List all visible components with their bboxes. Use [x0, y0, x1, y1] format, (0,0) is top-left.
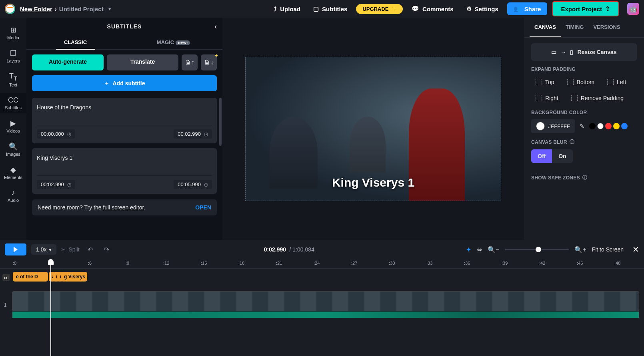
plus-icon: ⊞	[10, 26, 16, 34]
start-time-input[interactable]: 00:02.990◷	[37, 180, 75, 189]
track-number: 1	[4, 302, 7, 308]
current-color-swatch	[536, 122, 545, 131]
collapse-icon[interactable]: ‹	[214, 22, 217, 31]
chevron-down-icon[interactable]: ▼	[108, 6, 112, 11]
chevron-right-icon: ›	[55, 6, 57, 12]
blur-off-button[interactable]: Off	[531, 149, 552, 163]
close-icon[interactable]: ✕	[632, 245, 639, 254]
subtitle-text-input[interactable]: King Viserys 1	[37, 153, 212, 170]
video-preview[interactable]: King Viserys 1	[245, 57, 501, 201]
tab-classic[interactable]: CLASSIC	[26, 35, 124, 49]
video-track[interactable]: 1	[0, 291, 644, 319]
upgrade-button[interactable]: UPGRADE ✨	[356, 4, 403, 14]
translate-button[interactable]: Translate	[107, 54, 178, 70]
video-clip[interactable]	[12, 291, 639, 311]
subtitle-chip[interactable]: g Viserys	[61, 272, 87, 282]
play-button[interactable]	[5, 243, 26, 255]
rail-elements[interactable]: ◆Elements	[0, 162, 26, 183]
subtitle-text-input[interactable]: House of the Dragons	[37, 103, 212, 119]
shapes-icon: ◆	[10, 165, 16, 174]
time-ruler[interactable]: :0:3:6:9:12:15:18:21:24:27:30:33:36:39:4…	[0, 259, 644, 269]
download-srt-button[interactable]: 🗎↓	[201, 54, 217, 70]
subtitle-tabs: CLASSIC MAGICNEW!	[26, 35, 222, 50]
export-button[interactable]: Export Project ⇪	[552, 1, 619, 16]
swatch-white[interactable]	[597, 123, 604, 129]
split-label: Split	[68, 246, 79, 253]
playhead[interactable]	[50, 259, 51, 356]
clock-icon: ◷	[67, 182, 71, 187]
pad-right-label: Right	[545, 95, 558, 101]
zoom-slider[interactable]	[505, 249, 569, 250]
fit-to-screen-button[interactable]: Fit to Screen	[592, 246, 624, 253]
snap-icon[interactable]: ✦	[466, 246, 471, 253]
info-icon[interactable]: ⓘ	[570, 139, 574, 145]
start-time-input[interactable]: 00:00.000◷	[37, 129, 75, 139]
portrait-icon: ▯	[570, 49, 573, 55]
pad-right-button[interactable]: Right	[531, 92, 563, 104]
subtitle-chip[interactable]: e of the D	[13, 272, 48, 282]
end-time-input[interactable]: 00:05.990◷	[174, 180, 212, 189]
breadcrumb-folder[interactable]: New Folder	[20, 6, 52, 12]
rail-text[interactable]: TTText	[0, 69, 26, 91]
rail-images[interactable]: 🔍Images	[0, 139, 26, 160]
subtitle-entry[interactable]: House of the Dragons 00:00.000◷ 00:02.99…	[32, 98, 217, 143]
comments-button[interactable]: 💬 Comments	[408, 3, 458, 15]
swatch-blue[interactable]	[621, 123, 628, 129]
resize-canvas-button[interactable]: ▭ → ▯ Resize Canvas	[531, 43, 637, 61]
upload-label: Upload	[280, 6, 300, 12]
upload-srt-button[interactable]: 🗎↑	[182, 54, 198, 70]
swatch-yellow[interactable]	[613, 123, 620, 129]
split-button[interactable]: ✂Split	[61, 246, 79, 253]
blur-on-button[interactable]: On	[552, 149, 572, 163]
remove-padding-icon	[571, 95, 578, 101]
avatar[interactable]: 🤖	[627, 3, 639, 15]
end-time-input[interactable]: 00:02.990◷	[174, 129, 212, 139]
redo-button[interactable]: ↷	[101, 244, 112, 255]
zoom-in-icon[interactable]: 🔍+	[574, 246, 586, 253]
pad-bottom-button[interactable]: Bottom	[563, 76, 599, 88]
add-subtitle-button[interactable]: ＋ Add subtitle	[32, 75, 217, 91]
breadcrumb-project[interactable]: Untitled Project	[59, 6, 104, 12]
app-logo[interactable]	[5, 4, 15, 14]
cc-icon: CC	[8, 96, 18, 105]
tab-magic[interactable]: MAGICNEW!	[124, 35, 222, 49]
tab-timing[interactable]: TIMING	[561, 18, 589, 37]
undo-button[interactable]: ↶	[84, 244, 96, 255]
rail-media[interactable]: ⊞Media	[0, 22, 26, 43]
share-button[interactable]: 👥 Share	[507, 2, 548, 15]
ruler-tick: :48	[614, 261, 620, 265]
subtitle-entry[interactable]: King Viserys 1 00:02.990◷ 00:05.990◷	[32, 148, 217, 194]
rail-subtitles[interactable]: CCSubtitles	[0, 93, 26, 113]
info-icon[interactable]: ⓘ	[582, 174, 587, 181]
subtitles-button[interactable]: ▢ Subtitles	[309, 3, 351, 15]
rail-audio[interactable]: ♪Audio	[0, 185, 26, 206]
pad-left-button[interactable]: Left	[603, 76, 630, 88]
swatch-black[interactable]	[589, 123, 596, 129]
swatch-red[interactable]	[605, 123, 612, 129]
music-icon: ♪	[12, 189, 15, 197]
blur-label-text: CANVAS BLUR	[531, 139, 567, 145]
rail-text-label: Text	[9, 82, 17, 87]
video-icon: ▶	[10, 119, 16, 128]
ruler-tick: :33	[426, 261, 432, 265]
tab-versions[interactable]: VERSIONS	[588, 18, 625, 37]
speed-selector[interactable]: 1.0x▾	[31, 244, 56, 255]
upgrade-label: UPGRADE ✨	[362, 6, 396, 12]
upload-button[interactable]: ⤴ Upload	[270, 3, 304, 15]
split-vert-icon[interactable]: ⇔	[477, 246, 482, 253]
open-button[interactable]: OPEN	[195, 204, 211, 211]
tab-canvas[interactable]: CANVAS	[530, 18, 561, 37]
zoom-out-icon[interactable]: 🔍−	[488, 246, 499, 253]
scrollbar[interactable]	[219, 98, 222, 146]
pad-bottom-icon	[567, 79, 574, 85]
auto-generate-button[interactable]: Auto-generate	[32, 54, 104, 70]
eyedropper-icon[interactable]: ✎	[580, 123, 584, 129]
pad-top-button[interactable]: Top	[531, 76, 559, 88]
bgcolor-input[interactable]: #FFFFFF	[531, 119, 575, 133]
rail-videos[interactable]: ▶Videos	[0, 116, 26, 137]
settings-button[interactable]: ⚙ Settings	[462, 3, 502, 15]
subtitle-track[interactable]: cc e of the D a i r g Viserys	[0, 272, 644, 288]
rail-layers[interactable]: ❐Layers	[0, 46, 26, 66]
full-screen-editor-link[interactable]: full screen editor	[103, 204, 144, 211]
remove-padding-button[interactable]: Remove Padding	[567, 92, 628, 104]
